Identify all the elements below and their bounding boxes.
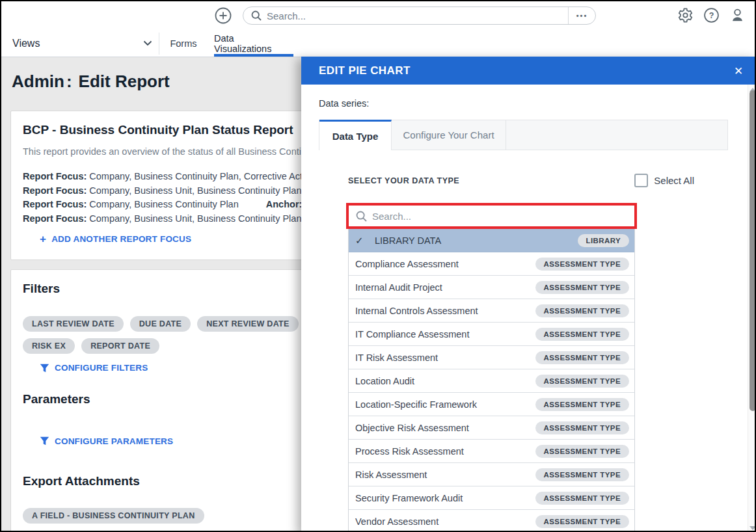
top-bar-actions: ? (677, 7, 746, 23)
data-type-badge: ASSESSMENT TYPE (535, 328, 629, 341)
tab-forms-label: Forms (170, 38, 196, 49)
data-type-list: ✓ LIBRARY DATA LIBRARY Compliance Assess… (348, 229, 635, 532)
data-type-name: Compliance Assessment (355, 259, 535, 269)
page-title: Admin:Edit Report (12, 72, 170, 92)
annotation-highlight (346, 203, 637, 229)
data-type-row[interactable]: Compliance Assessment ASSESSMENT TYPE (349, 252, 634, 276)
data-type-row[interactable]: Security Framework Audit ASSESSMENT TYPE (349, 486, 634, 510)
plus-icon: + (40, 235, 46, 243)
data-type-name: IT Risk Assessment (355, 352, 535, 363)
data-type-name: Security Framework Audit (355, 493, 535, 503)
data-type-name: Vendor Assessment (355, 516, 535, 527)
configure-filters-link[interactable]: CONFIGURE FILTERS (40, 363, 148, 373)
tab-forms[interactable]: Forms (164, 30, 203, 57)
help-icon[interactable]: ? (703, 7, 720, 23)
select-all-checkbox[interactable] (634, 174, 648, 187)
chevron-down-icon (143, 40, 152, 46)
tab-data-visualizations[interactable]: Data Visualizations (214, 30, 293, 57)
panel-tab-bar: Data Type Configure Your Chart (319, 120, 728, 150)
user-profile-icon[interactable] (729, 7, 746, 23)
data-type-row[interactable]: IT Compliance Assessment ASSESSMENT TYPE (349, 323, 634, 346)
filter-chip[interactable]: NEXT REVIEW DATE (197, 316, 299, 332)
select-data-type-label: SELECT YOUR DATA TYPE (348, 176, 459, 185)
scroll-down-arrow-icon[interactable] (749, 526, 756, 530)
breadcrumb: Admin (12, 72, 64, 91)
data-type-name: IT Compliance Assessment (355, 329, 535, 339)
data-type-name: Location Audit (355, 376, 535, 386)
data-type-row[interactable]: Location-Specific Framework ASSESSMENT T… (349, 393, 634, 416)
data-type-badge: ASSESSMENT TYPE (535, 515, 629, 528)
select-all-control: Select All (634, 174, 694, 187)
filter-funnel-icon (40, 436, 49, 446)
panel-title: EDIT PIE CHART (319, 64, 411, 77)
search-icon (356, 211, 367, 222)
data-type-badge: ASSESSMENT TYPE (535, 304, 629, 317)
scrollbar-thumb[interactable] (749, 90, 756, 411)
svg-text:?: ? (709, 11, 714, 20)
panel-body: Data series: Data Type Configure Your Ch… (301, 85, 748, 532)
app-window: ••• ? Views Forms (0, 0, 756, 532)
data-type-badge: LIBRARY (578, 234, 629, 247)
data-type-badge: ASSESSMENT TYPE (535, 421, 629, 434)
data-type-row[interactable]: ✓ LIBRARY DATA LIBRARY (349, 229, 634, 252)
data-type-search (349, 206, 634, 226)
edit-pie-chart-panel: EDIT PIE CHART ✕ Data series: Data Type … (301, 57, 756, 532)
data-type-badge: ASSESSMENT TYPE (535, 258, 629, 271)
search-options-button[interactable]: ••• (568, 7, 595, 24)
data-type-name: Location-Specific Framework (355, 399, 535, 410)
data-type-badge: ASSESSMENT TYPE (535, 281, 629, 294)
data-type-badge: ASSESSMENT TYPE (535, 468, 629, 481)
data-type-search-input[interactable] (367, 211, 634, 222)
filter-chip[interactable]: LAST REVIEW DATE (23, 316, 124, 332)
search-icon (251, 10, 262, 21)
data-type-row[interactable]: Internal Controls Assessment ASSESSMENT … (349, 299, 634, 323)
filter-chip[interactable]: RISK EX (23, 338, 75, 354)
filter-chip[interactable]: DUE DATE (130, 316, 191, 332)
views-dropdown-label: Views (12, 38, 40, 49)
data-type-badge: ASSESSMENT TYPE (535, 445, 629, 458)
data-type-name: Risk Assessment (355, 470, 535, 480)
data-type-row[interactable]: Internal Audit Project ASSESSMENT TYPE (349, 276, 634, 299)
views-dropdown[interactable]: Views (1, 30, 159, 57)
data-type-badge: ASSESSMENT TYPE (535, 492, 629, 505)
select-all-label: Select All (654, 175, 694, 186)
data-type-name: Internal Audit Project (355, 282, 535, 293)
select-data-type-row: SELECT YOUR DATA TYPE Select All (348, 174, 694, 187)
configure-parameters-link[interactable]: CONFIGURE PARAMETERS (40, 436, 173, 446)
view-tab-bar: Views Forms Data Visualizations (1, 30, 755, 57)
attachment-field-chip[interactable]: A FIELD - BUSINESS CONTINUITY PLAN (23, 508, 204, 524)
panel-header: EDIT PIE CHART ✕ (301, 57, 756, 85)
tab-configure-your-chart[interactable]: Configure Your Chart (392, 120, 506, 150)
data-type-row[interactable]: Risk Assessment ASSESSMENT TYPE (349, 463, 634, 486)
data-type-row[interactable]: Process Risk Assessment ASSESSMENT TYPE (349, 440, 634, 463)
tab-data-type[interactable]: Data Type (319, 120, 392, 150)
plus-circle-icon (215, 7, 232, 24)
data-type-name: LIBRARY DATA (375, 235, 578, 246)
check-icon: ✓ (355, 235, 375, 246)
close-icon[interactable]: ✕ (730, 62, 747, 79)
data-type-row[interactable]: Objective Risk Assessment ASSESSMENT TYP… (349, 416, 634, 440)
top-bar: ••• ? (1, 1, 755, 30)
page-title-text: Edit Report (79, 72, 170, 91)
data-type-row[interactable]: IT Risk Assessment ASSESSMENT TYPE (349, 346, 634, 369)
global-search-input[interactable] (262, 10, 568, 21)
filter-funnel-icon (40, 364, 49, 373)
tab-divider (159, 33, 159, 55)
data-type-row[interactable]: Vendor Assessment ASSESSMENT TYPE (349, 510, 634, 532)
data-series-label: Data series: (319, 98, 748, 109)
anchor-label: Anchor: (266, 199, 303, 209)
active-tab-indicator (214, 54, 293, 57)
data-type-badge: ASSESSMENT TYPE (535, 351, 629, 364)
gear-icon[interactable] (677, 7, 694, 23)
add-new-button[interactable] (215, 7, 232, 24)
tab-data-visualizations-label: Data Visualizations (214, 33, 293, 54)
filter-chip[interactable]: REPORT DATE (81, 338, 159, 354)
data-type-name: Internal Controls Assessment (355, 306, 535, 316)
data-type-name: Objective Risk Assessment (355, 423, 535, 433)
panel-scrollbar[interactable] (748, 85, 756, 532)
global-search: ••• (243, 7, 596, 25)
data-type-row[interactable]: Location Audit ASSESSMENT TYPE (349, 369, 634, 393)
data-type-badge: ASSESSMENT TYPE (535, 375, 629, 388)
add-report-focus-link[interactable]: + ADD ANOTHER REPORT FOCUS (40, 234, 191, 244)
data-type-badge: ASSESSMENT TYPE (535, 398, 629, 411)
